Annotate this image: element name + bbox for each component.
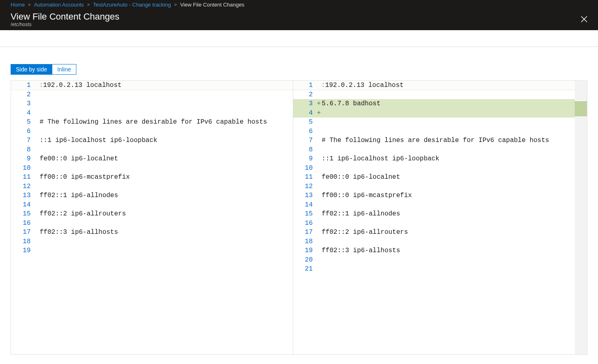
line-number: 18 xyxy=(11,237,34,246)
page-title: View File Content Changes xyxy=(11,11,119,22)
line-number: 15 xyxy=(293,209,316,219)
line-number: 19 xyxy=(293,246,316,255)
code-text: ff02::1 ip6-allnodes xyxy=(40,191,293,200)
diff-marker: + xyxy=(316,109,322,118)
breadcrumb: Home > Automation Accounts > TestAzureAu… xyxy=(0,0,598,9)
code-text xyxy=(322,118,575,127)
code-line: 7# The following lines are desirable for… xyxy=(293,136,575,145)
diff-pane-original[interactable]: 1192.0.2.13 localhost2345# The following… xyxy=(11,81,293,354)
code-line: 5 xyxy=(293,118,575,127)
code-line: 8 xyxy=(11,145,293,155)
diff-marker xyxy=(316,191,322,200)
diff-marker xyxy=(34,118,40,127)
line-number: 4 xyxy=(11,109,34,118)
line-number: 19 xyxy=(11,246,34,255)
diff-pane-modified[interactable]: 1192.0.2.13 localhost23+5.6.7.8 badhost4… xyxy=(293,81,575,354)
code-text: 5.6.7.8 badhost xyxy=(322,99,575,109)
diff-marker xyxy=(34,173,40,182)
diff-marker xyxy=(34,154,40,164)
diff-marker xyxy=(316,118,322,127)
code-text xyxy=(40,127,293,136)
breadcrumb-accounts[interactable]: Automation Accounts xyxy=(34,2,84,8)
code-text: 192.0.2.13 localhost xyxy=(40,81,293,90)
code-line: 21 xyxy=(293,264,575,274)
breadcrumb-separator: > xyxy=(87,2,89,7)
code-text xyxy=(322,90,575,100)
breadcrumb-home[interactable]: Home xyxy=(11,2,25,8)
code-line: 6 xyxy=(293,127,575,136)
code-text xyxy=(322,219,575,228)
diff-marker xyxy=(34,200,40,210)
code-text xyxy=(322,237,575,246)
code-line: 2 xyxy=(11,90,293,100)
code-text xyxy=(40,237,293,246)
breadcrumb-resource[interactable]: TestAzureAuto - Change tracking xyxy=(93,2,171,8)
code-line: 18 xyxy=(293,237,575,246)
line-number: 7 xyxy=(293,136,316,145)
code-line: 3+5.6.7.8 badhost xyxy=(293,99,575,109)
diff-marker xyxy=(34,228,40,237)
code-line: 16 xyxy=(11,219,293,228)
diff-marker xyxy=(34,191,40,200)
code-text: ff02::3 ip6-allhosts xyxy=(322,246,575,255)
code-line: 17ff02::2 ip6-allrouters xyxy=(293,228,575,237)
line-number: 5 xyxy=(11,118,34,127)
code-text xyxy=(40,99,293,109)
diff-marker xyxy=(316,127,322,136)
line-number: 18 xyxy=(293,237,316,246)
code-text: ff00::0 ip6-mcastprefix xyxy=(322,191,575,200)
code-text xyxy=(322,200,575,210)
code-line: 1192.0.2.13 localhost xyxy=(11,81,293,90)
code-line: 19 xyxy=(11,246,293,255)
diff-marker xyxy=(316,237,322,246)
line-number: 12 xyxy=(293,182,316,191)
diff-marker xyxy=(316,219,322,228)
code-text xyxy=(40,182,293,191)
code-line: 12 xyxy=(293,182,575,191)
code-line: 13ff00::0 ip6-mcastprefix xyxy=(293,191,575,200)
code-line: 14 xyxy=(11,200,293,210)
close-icon xyxy=(581,16,587,22)
code-text xyxy=(40,109,293,118)
tab-side-by-side[interactable]: Side by side xyxy=(11,64,52,75)
code-text: ::1 ip6-localhost ip6-loopback xyxy=(322,154,575,164)
page-subtitle: /etc/hosts xyxy=(11,22,119,27)
breadcrumb-separator: > xyxy=(174,2,176,7)
diff-marker xyxy=(316,173,322,182)
line-number: 10 xyxy=(293,164,316,173)
line-number: 16 xyxy=(11,219,34,228)
diff-marker xyxy=(316,90,322,100)
line-number: 15 xyxy=(11,209,34,219)
diff-marker xyxy=(34,145,40,155)
code-text xyxy=(322,255,575,265)
code-line: 6 xyxy=(11,127,293,136)
line-number: 8 xyxy=(293,145,316,155)
code-text: ff02::1 ip6-allnodes xyxy=(322,209,575,219)
code-text xyxy=(322,182,575,191)
diff-marker xyxy=(34,237,40,246)
view-mode-tabs: Side by side Inline xyxy=(11,64,598,75)
line-number: 13 xyxy=(293,191,316,200)
diff-marker xyxy=(34,182,40,191)
code-text xyxy=(40,200,293,210)
tab-inline[interactable]: Inline xyxy=(52,64,76,75)
diff-viewer: 1192.0.2.13 localhost2345# The following… xyxy=(11,80,587,355)
overview-ruler[interactable] xyxy=(575,81,587,354)
line-number: 7 xyxy=(11,136,34,145)
code-text xyxy=(40,145,293,155)
code-text: ff02::3 ip6-allhosts xyxy=(40,228,293,237)
diff-marker xyxy=(34,90,40,100)
diff-marker xyxy=(34,209,40,219)
line-number: 9 xyxy=(293,154,316,164)
diff-marker xyxy=(316,209,322,219)
line-number: 2 xyxy=(11,90,34,100)
diff-marker xyxy=(34,164,40,173)
title-bar: View File Content Changes /etc/hosts xyxy=(0,9,598,30)
diff-marker: + xyxy=(316,99,322,109)
line-number: 8 xyxy=(11,145,34,155)
breadcrumb-separator: > xyxy=(28,2,31,7)
diff-marker xyxy=(34,127,40,136)
close-button[interactable] xyxy=(578,14,587,25)
diff-marker xyxy=(34,136,40,145)
code-line: 13ff02::1 ip6-allnodes xyxy=(11,191,293,200)
